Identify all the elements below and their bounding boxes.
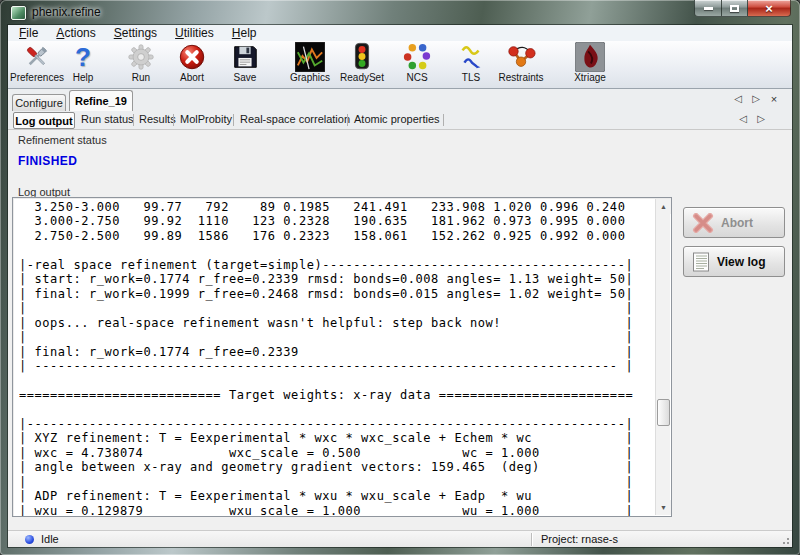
- app-icon: [11, 6, 26, 20]
- close-button[interactable]: ×: [748, 0, 791, 17]
- subtab-log-output[interactable]: Log output: [13, 112, 75, 129]
- minimize-icon: [704, 7, 713, 10]
- app-window: phenix.refine × File Actions Settings Ut…: [0, 0, 800, 555]
- close-icon: ×: [765, 2, 773, 15]
- tab-scroll-left-icon[interactable]: ◁: [731, 93, 745, 104]
- tab-close-icon[interactable]: ×: [767, 93, 781, 105]
- maximize-button[interactable]: [721, 0, 748, 17]
- bonded-atoms-icon: [506, 42, 536, 72]
- xtriage-icon: [575, 42, 605, 72]
- subtab-molprobity[interactable]: MolProbity: [180, 113, 232, 125]
- floppy-icon: [230, 42, 260, 72]
- statusbar-separator: [531, 533, 532, 546]
- molecule-ring-icon: [402, 42, 432, 72]
- menu-help[interactable]: Help: [223, 26, 266, 40]
- sub-tab-strip: Log output Run status Results MolProbity…: [8, 111, 792, 130]
- refinement-status-label: Refinement status: [18, 134, 107, 146]
- traffic-light-icon: [347, 42, 377, 72]
- log-output-page: Refinement status FINISHED Log output 3.…: [8, 130, 792, 530]
- subtab-results[interactable]: Results: [139, 113, 176, 125]
- toolbar-label: Save: [213, 72, 277, 83]
- tab-refine-19[interactable]: Refine_19: [69, 90, 133, 111]
- toolbar-label: Help: [51, 72, 115, 83]
- toolbar-label: Xtriage: [558, 72, 622, 83]
- menu-actions[interactable]: Actions: [47, 26, 104, 40]
- question-icon: ?: [68, 42, 98, 72]
- window-content: File Actions Settings Utilities Help Pre…: [8, 25, 792, 547]
- subtab-separator: [233, 114, 234, 126]
- scroll-down-icon[interactable]: ▼: [656, 500, 671, 515]
- molecule-graphics-icon: [295, 42, 325, 72]
- tools-icon: [22, 42, 52, 72]
- menu-file[interactable]: File: [10, 26, 47, 40]
- abort-button[interactable]: Abort: [683, 207, 785, 238]
- status-bar: Idle Project: rnase-s: [8, 530, 792, 547]
- menu-utilities[interactable]: Utilities: [166, 26, 223, 40]
- menu-settings[interactable]: Settings: [105, 26, 166, 40]
- toolbar: Preferences ? Help Run: [8, 41, 792, 89]
- scrollbar-thumb[interactable]: [657, 399, 670, 426]
- subtab-scroll-left-icon[interactable]: ◁: [736, 113, 750, 124]
- subtab-run-status[interactable]: Run status: [81, 113, 134, 125]
- subtab-separator: [347, 114, 348, 126]
- refinement-status-value: FINISHED: [18, 154, 77, 168]
- toolbar-label: Restraints: [489, 72, 553, 83]
- project-label: Project: rnase-s: [541, 533, 618, 545]
- log-output-box[interactable]: 3.250-3.000 99.77 792 89 0.1985 241.491 …: [12, 197, 672, 517]
- menu-bar: File Actions Settings Utilities Help: [8, 25, 792, 41]
- subtab-real-space-correlation[interactable]: Real-space correlation: [240, 113, 350, 125]
- idle-status-icon: [25, 535, 34, 544]
- title-bar[interactable]: phenix.refine ×: [0, 0, 800, 25]
- scroll-up-icon[interactable]: ▲: [656, 199, 671, 214]
- log-scrollbar[interactable]: ▲ ▼: [655, 199, 670, 515]
- maximize-icon: [730, 5, 739, 12]
- subtab-scroll-right-icon[interactable]: ▷: [754, 113, 768, 124]
- abort-x-icon: [692, 213, 714, 233]
- subtab-separator: [443, 114, 444, 126]
- ribbon-icon: [456, 42, 486, 72]
- toolbar-restraints[interactable]: Restraints: [489, 42, 553, 88]
- subtab-separator: [133, 114, 134, 126]
- status-state: Idle: [41, 533, 59, 545]
- gear-icon: [126, 42, 156, 72]
- subtab-separator: [173, 114, 174, 126]
- window-title: phenix.refine: [32, 5, 101, 19]
- resize-grip[interactable]: [780, 535, 790, 545]
- toolbar-help[interactable]: ? Help: [51, 42, 115, 88]
- subtab-atomic-properties[interactable]: Atomic properties: [354, 113, 440, 125]
- tab-scroll-right-icon[interactable]: ▷: [749, 93, 763, 104]
- abort-circle-icon: [177, 42, 207, 72]
- main-tab-strip: Configure Refine_19 ◁ ▷ ×: [8, 89, 792, 111]
- minimize-button[interactable]: [694, 0, 721, 17]
- log-text[interactable]: 3.250-3.000 99.77 792 89 0.1985 241.491 …: [19, 200, 654, 516]
- tab-configure[interactable]: Configure: [12, 94, 66, 111]
- view-log-button[interactable]: View log: [683, 246, 785, 277]
- toolbar-save[interactable]: Save: [213, 42, 277, 88]
- view-log-button-label: View log: [717, 255, 765, 269]
- abort-button-label: Abort: [721, 216, 753, 230]
- toolbar-xtriage[interactable]: Xtriage: [558, 42, 622, 88]
- log-document-icon: [692, 252, 710, 272]
